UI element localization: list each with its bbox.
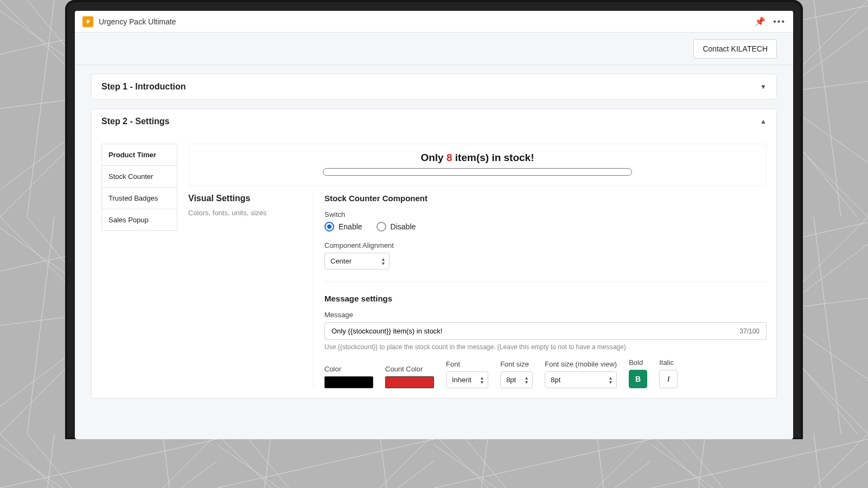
- tab-sales-popup[interactable]: Sales Popup: [101, 209, 177, 231]
- preview-prefix: Only: [420, 152, 446, 163]
- color-label: Color: [324, 365, 373, 373]
- message-input[interactable]: Only {{stockcount}} item(s) in stock! 37…: [324, 322, 767, 340]
- preview-suffix: item(s) in stock!: [452, 152, 534, 163]
- message-settings-title: Message settings: [324, 294, 767, 303]
- tab-stock-counter[interactable]: Stock Counter: [101, 165, 177, 188]
- font-label: Font: [446, 360, 488, 368]
- select-chevron-icon: ▴▾: [525, 376, 528, 384]
- contact-bar: Contact KILATECH: [75, 33, 793, 65]
- radio-icon: [324, 222, 334, 232]
- step1-title: Step 1 - Introduction: [101, 82, 186, 92]
- font-size-select[interactable]: 8pt ▴▾: [500, 371, 533, 388]
- chevron-up-icon: ▲: [760, 118, 767, 125]
- tab-product-timer[interactable]: Product Timer: [101, 144, 177, 166]
- message-value: Only {{stockcount}} item(s) in stock!: [331, 327, 442, 335]
- stock-component-title: Stock Counter Component: [324, 194, 767, 203]
- step2-panel: Step 2 - Settings ▲ Product Timer Stock …: [91, 108, 777, 399]
- bold-label: Bold: [629, 358, 647, 367]
- step1-panel[interactable]: Step 1 - Introduction ▼: [91, 74, 777, 100]
- pin-icon[interactable]: 📌: [755, 16, 765, 27]
- font-size-mobile-select[interactable]: 8pt ▴▾: [545, 371, 617, 388]
- step2-header[interactable]: Step 2 - Settings ▲: [92, 109, 776, 134]
- tab-trusted-badges[interactable]: Trusted Badges: [101, 187, 177, 209]
- message-hint: Use {{stockcount}} to place the stock co…: [324, 343, 767, 351]
- radio-enable[interactable]: Enable: [324, 222, 362, 232]
- select-chevron-icon: ▴▾: [609, 376, 612, 384]
- radio-icon: [376, 222, 386, 232]
- font-size-mobile-label: Font size (mobile view): [545, 360, 617, 368]
- font-select[interactable]: Inherit ▴▾: [446, 371, 488, 388]
- switch-label: Switch: [324, 210, 767, 219]
- message-char-counter: 37/100: [739, 328, 760, 335]
- step2-title: Step 2 - Settings: [101, 117, 169, 126]
- stock-counter-preview: Only 8 item(s) in stock!: [188, 144, 767, 186]
- chevron-down-icon: ▼: [760, 83, 767, 91]
- italic-toggle[interactable]: I: [659, 370, 678, 388]
- app-title: Urgency Pack Ultimate: [99, 17, 176, 26]
- bold-toggle[interactable]: B: [629, 370, 647, 388]
- count-color-swatch[interactable]: [385, 376, 434, 388]
- visual-settings-subtitle: Colors, fonts, units, sizes: [188, 209, 302, 217]
- stock-bar: [323, 168, 632, 176]
- title-bar: Urgency Pack Ultimate 📌 •••: [75, 11, 793, 33]
- divider: [324, 281, 767, 282]
- select-chevron-icon: ▴▾: [481, 376, 483, 384]
- message-label: Message: [324, 311, 767, 319]
- count-color-label: Count Color: [385, 365, 434, 373]
- app-logo-icon: [82, 16, 93, 27]
- visual-settings-title: Visual Settings: [188, 194, 302, 203]
- italic-label: Italic: [659, 358, 678, 367]
- settings-tabs: Product Timer Stock Counter Trusted Badg…: [101, 144, 177, 388]
- radio-disable[interactable]: Disable: [376, 222, 416, 232]
- more-icon[interactable]: •••: [773, 17, 786, 27]
- select-chevron-icon: ▴▾: [382, 257, 385, 266]
- contact-button[interactable]: Contact KILATECH: [693, 39, 777, 59]
- alignment-label: Component Alignment: [324, 241, 767, 249]
- color-swatch[interactable]: [324, 376, 373, 388]
- preview-count: 8: [446, 152, 452, 163]
- alignment-select[interactable]: Center ▴▾: [324, 253, 390, 269]
- font-size-label: Font size: [500, 360, 533, 368]
